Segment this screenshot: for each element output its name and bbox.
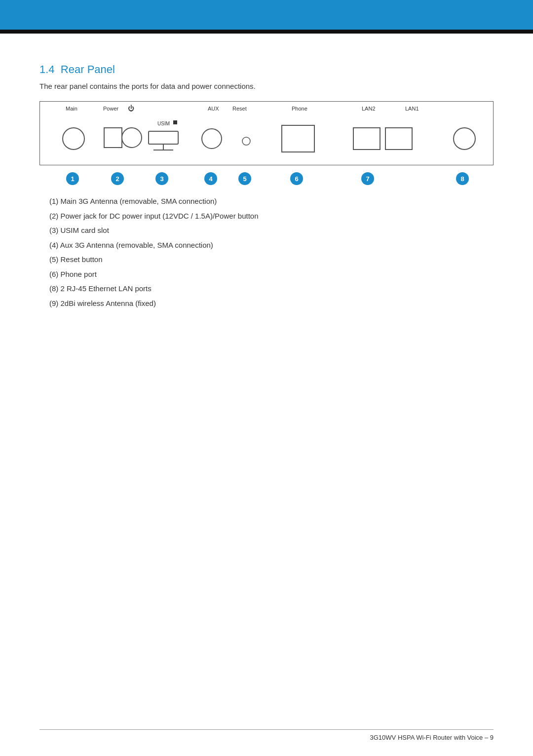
svg-point-12	[122, 128, 142, 148]
svg-text:LAN2: LAN2	[362, 106, 376, 112]
svg-point-10	[63, 128, 84, 150]
description-item: (2) Power jack for DC power input (12VDC…	[49, 211, 494, 222]
svg-rect-19	[353, 128, 380, 150]
num-8: 8	[456, 172, 469, 185]
svg-point-17	[242, 137, 250, 145]
diagram-svg: Main Power ⏻ AUX Reset Phone LAN2 LAN1 U…	[40, 102, 494, 166]
description-list: (1) Main 3G Antenna (removable, SMA conn…	[49, 196, 494, 309]
description-item: (5) Reset button	[49, 254, 494, 265]
footer: 3G10WV HSPA Wi-Fi Router with Voice – 9	[39, 729, 494, 741]
description-item: (3) USIM card slot	[49, 225, 494, 236]
svg-rect-11	[104, 128, 122, 148]
numbers-row: 1 2 3 4 5 6 7 8	[39, 172, 494, 185]
svg-point-16	[202, 129, 222, 149]
description-item: (1) Main 3G Antenna (removable, SMA conn…	[49, 196, 494, 207]
svg-text:Reset: Reset	[232, 106, 247, 112]
description-item: (4) Aux 3G Antenna (removable, SMA conne…	[49, 240, 494, 251]
num-1: 1	[66, 172, 79, 185]
svg-text:USIM: USIM	[157, 121, 170, 126]
description-item: (6) Phone port	[49, 269, 494, 280]
num-2: 2	[111, 172, 124, 185]
num-7: 7	[361, 172, 374, 185]
num-4: 4	[204, 172, 217, 185]
num-5: 5	[238, 172, 251, 185]
svg-point-21	[454, 128, 475, 150]
thin-bar	[0, 30, 533, 34]
header-bar	[0, 0, 533, 30]
svg-text:AUX: AUX	[208, 106, 219, 112]
footer-text: 3G10WV HSPA Wi-Fi Router with Voice – 9	[370, 734, 494, 741]
rear-panel-diagram: Main Power ⏻ AUX Reset Phone LAN2 LAN1 U…	[39, 101, 494, 165]
svg-text:LAN1: LAN1	[405, 106, 419, 112]
svg-text:Power: Power	[103, 106, 119, 112]
svg-rect-13	[149, 131, 178, 144]
section-description: The rear panel contains the ports for da…	[39, 82, 494, 90]
num-6: 6	[290, 172, 303, 185]
num-3: 3	[155, 172, 168, 185]
svg-rect-9	[173, 120, 177, 124]
svg-text:Main: Main	[66, 106, 77, 112]
svg-rect-20	[385, 128, 412, 150]
description-item: (9) 2dBi wireless Antenna (fixed)	[49, 298, 494, 309]
svg-text:⏻: ⏻	[128, 105, 134, 112]
section-title: 1.4 Rear Panel	[39, 63, 494, 76]
description-item: (8) 2 RJ-45 Ethernet LAN ports	[49, 283, 494, 295]
svg-rect-18	[282, 125, 314, 152]
svg-text:Phone: Phone	[292, 106, 307, 112]
